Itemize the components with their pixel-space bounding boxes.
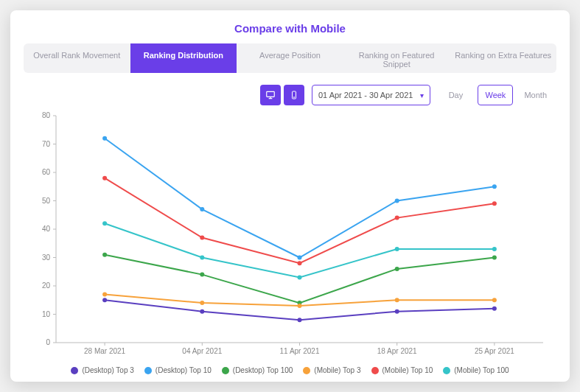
series-point bbox=[102, 253, 107, 257]
series-point bbox=[492, 201, 497, 206]
series-point bbox=[395, 267, 399, 271]
series-point bbox=[395, 199, 399, 203]
chart-area: 0102030405060708028 Mar 202104 Apr 20211… bbox=[24, 110, 556, 363]
legend-item[interactable]: (Desktop) Top 3 bbox=[71, 366, 133, 374]
series-point bbox=[200, 273, 204, 277]
tab-ranking-on-featured-snippet[interactable]: Ranking on Featured Snippet bbox=[343, 43, 450, 73]
legend-label: (Desktop) Top 10 bbox=[156, 366, 212, 374]
series-point bbox=[298, 261, 302, 265]
series-point bbox=[492, 184, 497, 189]
legend-swatch bbox=[371, 367, 379, 374]
svg-text:30: 30 bbox=[42, 253, 51, 262]
svg-text:70: 70 bbox=[42, 140, 51, 148]
legend-label: (Desktop) Top 3 bbox=[82, 366, 133, 374]
svg-text:40: 40 bbox=[42, 225, 51, 233]
series-point bbox=[298, 256, 302, 260]
legend-item[interactable]: (Mobile) Top 3 bbox=[303, 366, 360, 374]
tab-average-position[interactable]: Average Position bbox=[237, 43, 343, 73]
series-point bbox=[395, 216, 399, 220]
tab-ranking-distribution[interactable]: Ranking Distribution bbox=[130, 43, 237, 73]
series-line bbox=[105, 178, 495, 264]
series-point bbox=[492, 256, 497, 260]
series-point bbox=[298, 275, 302, 279]
modal-title: Compare with Mobile bbox=[24, 22, 556, 35]
tab-ranking-on-extra-features[interactable]: Ranking on Extra Features bbox=[450, 43, 556, 73]
legend-swatch bbox=[144, 367, 152, 374]
period-day[interactable]: Day bbox=[438, 85, 473, 105]
series-point bbox=[200, 309, 204, 314]
tab-bar: Overall Rank MovementRanking Distributio… bbox=[24, 43, 556, 73]
legend-label: (Desktop) Top 100 bbox=[233, 366, 293, 374]
legend-swatch bbox=[222, 367, 229, 374]
series-point bbox=[395, 298, 399, 302]
svg-text:11 Apr 2021: 11 Apr 2021 bbox=[280, 347, 320, 355]
legend-swatch bbox=[443, 367, 450, 374]
legend-swatch bbox=[71, 367, 78, 374]
chart-legend: (Desktop) Top 3(Desktop) Top 10(Desktop)… bbox=[24, 363, 556, 376]
legend-label: (Mobile) Top 100 bbox=[454, 366, 509, 374]
svg-text:80: 80 bbox=[42, 111, 51, 119]
svg-text:60: 60 bbox=[42, 168, 51, 176]
svg-text:28 Mar 2021: 28 Mar 2021 bbox=[84, 347, 126, 355]
period-month[interactable]: Month bbox=[517, 85, 553, 105]
device-toggle bbox=[260, 85, 304, 105]
legend-item[interactable]: (Desktop) Top 10 bbox=[144, 366, 212, 374]
legend-swatch bbox=[303, 367, 310, 374]
date-range-value: 01 Apr 2021 - 30 Apr 2021 bbox=[318, 91, 413, 99]
series-point bbox=[102, 221, 107, 225]
series-point bbox=[492, 307, 497, 311]
legend-item[interactable]: (Desktop) Top 100 bbox=[222, 366, 293, 374]
mobile-toggle[interactable] bbox=[284, 85, 304, 105]
series-point bbox=[395, 309, 399, 314]
svg-text:25 Apr 2021: 25 Apr 2021 bbox=[475, 347, 514, 355]
series-point bbox=[200, 301, 204, 305]
legend-label: (Mobile) Top 10 bbox=[382, 366, 433, 374]
period-group: DayWeekMonth bbox=[438, 85, 553, 105]
desktop-toggle[interactable] bbox=[260, 85, 281, 105]
tab-overall-rank-movement[interactable]: Overall Rank Movement bbox=[24, 43, 130, 73]
svg-text:10: 10 bbox=[42, 310, 51, 318]
svg-point-2 bbox=[293, 97, 294, 98]
series-point bbox=[298, 318, 302, 322]
series-point bbox=[298, 304, 302, 308]
series-point bbox=[102, 176, 107, 181]
date-range-select[interactable]: 01 Apr 2021 - 30 Apr 2021 ▾ bbox=[312, 85, 430, 105]
legend-label: (Mobile) Top 3 bbox=[314, 366, 360, 374]
svg-text:18 Apr 2021: 18 Apr 2021 bbox=[377, 347, 417, 355]
series-point bbox=[492, 247, 497, 251]
series-line bbox=[105, 139, 495, 258]
series-point bbox=[492, 298, 497, 302]
series-point bbox=[200, 207, 204, 211]
controls-row: 01 Apr 2021 - 30 Apr 2021 ▾ DayWeekMonth bbox=[27, 85, 553, 105]
series-point bbox=[200, 236, 204, 240]
svg-text:04 Apr 2021: 04 Apr 2021 bbox=[182, 347, 222, 355]
svg-text:0: 0 bbox=[46, 338, 50, 346]
series-point bbox=[102, 293, 107, 297]
compare-modal: Compare with Mobile Overall Rank Movemen… bbox=[10, 10, 570, 382]
ranking-distribution-chart: 0102030405060708028 Mar 202104 Apr 20211… bbox=[24, 110, 556, 363]
chevron-down-icon: ▾ bbox=[420, 91, 424, 99]
series-point bbox=[102, 298, 107, 302]
period-week[interactable]: Week bbox=[478, 85, 513, 105]
mobile-icon bbox=[290, 90, 298, 100]
legend-item[interactable]: (Mobile) Top 100 bbox=[443, 366, 509, 374]
series-point bbox=[395, 247, 399, 251]
series-point bbox=[200, 256, 204, 260]
legend-item[interactable]: (Mobile) Top 10 bbox=[371, 366, 433, 374]
svg-text:50: 50 bbox=[42, 197, 51, 205]
series-point bbox=[102, 136, 107, 141]
desktop-icon bbox=[265, 90, 276, 100]
series-line bbox=[105, 223, 495, 277]
svg-text:20: 20 bbox=[42, 281, 51, 290]
svg-rect-0 bbox=[267, 91, 275, 97]
